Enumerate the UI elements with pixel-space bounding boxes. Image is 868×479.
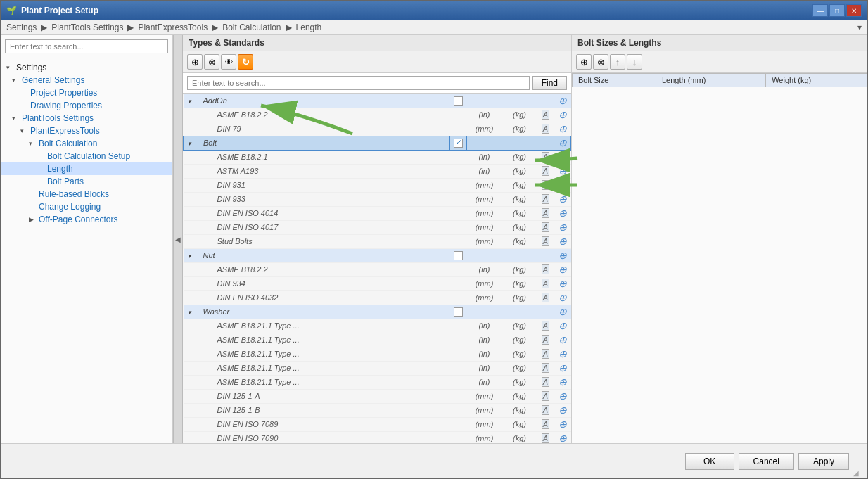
doc-icon[interactable]: A [542, 124, 549, 134]
view-button[interactable]: 👁 [221, 54, 236, 70]
breadcrumb-current: Length [296, 23, 322, 32]
addon-add-icon[interactable]: ⊕ [559, 95, 567, 106]
tree-area: ▾ Settings ▾ General Settings Project Pr… [1, 58, 172, 443]
remove-button[interactable]: ⊗ [204, 54, 219, 70]
close-button[interactable]: ✕ [846, 4, 862, 17]
group-nut[interactable]: ▾ Nut ⊕ [184, 248, 571, 262]
middle-panel: Types & Standards ⊕ ⊗ 👁 ↻ Find [183, 35, 572, 443]
row-bolt-din931[interactable]: DIN 931 (mm) (kg) A ⊕ [184, 178, 571, 192]
tree-item-planttools[interactable]: ▾ PlantTools Settings [1, 112, 172, 124]
doc-icon[interactable]: A [542, 110, 549, 120]
right-toolbar: ⊕ ⊗ ↑ ↓ [572, 51, 867, 73]
row-nut-asme[interactable]: ASME B18.2.2 (in) (kg) A ⊕ [184, 262, 571, 276]
bottom-bar: OK Cancel Apply ◢ [1, 443, 867, 478]
right-down-button[interactable]: ↓ [627, 54, 642, 70]
resize-grip: ◢ [853, 469, 859, 478]
breadcrumb-plantexpress[interactable]: PlantExpressTools [138, 23, 208, 32]
row-washer-5[interactable]: ASME B18.21.1 Type ... (in) (kg) A ⊕ [184, 375, 571, 389]
bolt-sizes-table: Bolt Size Length (mm) Weight (kg) [572, 73, 867, 443]
expand-general-icon: ▾ [12, 77, 19, 84]
col-bolt-size: Bolt Size [573, 74, 656, 87]
add-button[interactable]: ⊕ [187, 54, 203, 70]
col-length-mm: Length (mm) [656, 74, 765, 87]
left-panel: ▾ Settings ▾ General Settings Project Pr… [1, 35, 173, 443]
middle-toolbar: ⊕ ⊗ 👁 ↻ [183, 51, 571, 73]
tree-item-offpage[interactable]: ▶ Off-Page Connectors [1, 213, 172, 226]
maximize-button[interactable]: □ [829, 4, 845, 17]
apply-button[interactable]: Apply [798, 453, 849, 470]
expand-plantexpress-icon: ▾ [20, 127, 27, 134]
row-bolt-astm-a193[interactable]: ASTM A193 (in) (kg) A ⊕ [184, 164, 571, 178]
minimize-button[interactable]: — [812, 4, 828, 17]
group-washer[interactable]: ▾ Washer ⊕ [184, 305, 571, 319]
row-washer-din125a[interactable]: DIN 125-1-A (mm) (kg) A ⊕ [184, 389, 571, 403]
right-add-button[interactable]: ⊕ [576, 54, 592, 70]
group-addon[interactable]: ▾ AddOn ⊕ [184, 94, 571, 108]
row-washer-din-iso7089[interactable]: DIN EN ISO 7089 (mm) (kg) A ⊕ [184, 417, 571, 431]
row-washer-2[interactable]: ASME B18.21.1 Type ... (in) (kg) A ⊕ [184, 333, 571, 347]
breadcrumb-dropdown[interactable]: ▾ [857, 23, 862, 32]
tree-item-bolt-parts[interactable]: Bolt Parts [1, 175, 172, 188]
tree-item-bolt-calc[interactable]: ▾ Bolt Calculation [1, 137, 172, 150]
row-washer-4[interactable]: ASME B18.21.1 Type ... (in) (kg) A ⊕ [184, 361, 571, 375]
cancel-button[interactable]: Cancel [739, 453, 794, 470]
app-title: Plant Project Setup [21, 6, 98, 15]
row-bolt-stud[interactable]: Stud Bolts (mm) (kg) A ⊕ [184, 234, 571, 248]
row-bolt-din-en-4017[interactable]: DIN EN ISO 4017 (mm) (kg) A ⊕ [184, 220, 571, 234]
row-washer-3[interactable]: ASME B18.21.1 Type ... (in) (kg) A ⊕ [184, 347, 571, 361]
standards-search-row: Find [183, 73, 571, 94]
row-washer-din125b[interactable]: DIN 125-1-B (mm) (kg) A ⊕ [184, 403, 571, 417]
tree-search-input[interactable] [5, 39, 168, 53]
breadcrumb-bar: Settings ▶ PlantTools Settings ▶ PlantEx… [1, 20, 867, 35]
types-table: ▾ AddOn ⊕ ASME B18.2.2 [183, 94, 571, 443]
title-bar: 🌱 Plant Project Setup — □ ✕ [1, 1, 867, 20]
bolt-sizes-header: Bolt Sizes & Lengths [572, 35, 867, 51]
breadcrumb-planttools[interactable]: PlantTools Settings [51, 23, 123, 32]
group-bolt[interactable]: ▾ Bolt ✓ ⊕ [184, 136, 571, 150]
row-bolt-asme-b1821[interactable]: ASME B18.2.1 (in) (kg) A ⊕ [184, 150, 571, 164]
types-standards-header: Types & Standards [183, 35, 571, 51]
tree-item-general-settings[interactable]: ▾ General Settings [1, 74, 172, 87]
tree-item-boltcalc-setup[interactable]: Bolt Calculation Setup [1, 150, 172, 162]
tree-item-settings[interactable]: ▾ Settings [1, 61, 172, 74]
row-washer-din-iso7090[interactable]: DIN EN ISO 7090 (mm) (kg) A ⊕ [184, 431, 571, 443]
bolt-add-icon[interactable]: ⊕ [559, 137, 567, 148]
standards-search-input[interactable] [187, 76, 530, 90]
tree-item-plantexpress[interactable]: ▾ PlantExpressTools [1, 124, 172, 137]
breadcrumb-settings[interactable]: Settings [6, 23, 37, 32]
expand-settings-icon: ▾ [6, 64, 13, 71]
row-bolt-din933[interactable]: DIN 933 (mm) (kg) A ⊕ [184, 192, 571, 206]
row-nut-din-iso-4032[interactable]: DIN EN ISO 4032 (mm) (kg) A ⊕ [184, 290, 571, 305]
breadcrumb-bolt-calc[interactable]: Bolt Calculation [222, 23, 281, 32]
tree-item-rule-blocks[interactable]: Rule-based Blocks [1, 188, 172, 200]
row-nut-din934[interactable]: DIN 934 (mm) (kg) A ⊕ [184, 276, 571, 290]
right-up-button[interactable]: ↑ [610, 54, 625, 70]
row-addon-asme[interactable]: ASME B18.2.2 (in) (kg) A ⊕ [184, 108, 571, 122]
collapse-handle[interactable]: ◀ [173, 35, 183, 443]
col-weight-kg: Weight (kg) [766, 74, 867, 87]
row-washer-1[interactable]: ASME B18.21.1 Type ... (in) (kg) A ⊕ [184, 319, 571, 333]
tree-item-length[interactable]: Length [1, 162, 172, 175]
tree-item-change-logging[interactable]: Change Logging [1, 200, 172, 213]
expand-planttools-icon: ▾ [12, 115, 19, 122]
expand-boltcalc-icon: ▾ [29, 140, 36, 147]
tree-item-drawing-props[interactable]: Drawing Properties [1, 99, 172, 112]
right-panel: Bolt Sizes & Lengths ⊕ ⊗ ↑ ↓ Bolt Size L… [572, 35, 867, 443]
app-icon: 🌱 [6, 6, 17, 15]
tree-item-project-props[interactable]: Project Properties [1, 87, 172, 99]
ok-button[interactable]: OK [685, 453, 734, 470]
row-bolt-din-en-4014[interactable]: DIN EN ISO 4014 (mm) (kg) A ⊕ [184, 206, 571, 220]
find-button[interactable]: Find [532, 76, 567, 90]
refresh-button[interactable]: ↻ [238, 54, 253, 70]
row-addon-din79[interactable]: DIN 79 (mm) (kg) A ⊕ [184, 122, 571, 136]
right-remove-button[interactable]: ⊗ [593, 54, 608, 70]
expand-offpage-icon: ▶ [29, 216, 36, 223]
